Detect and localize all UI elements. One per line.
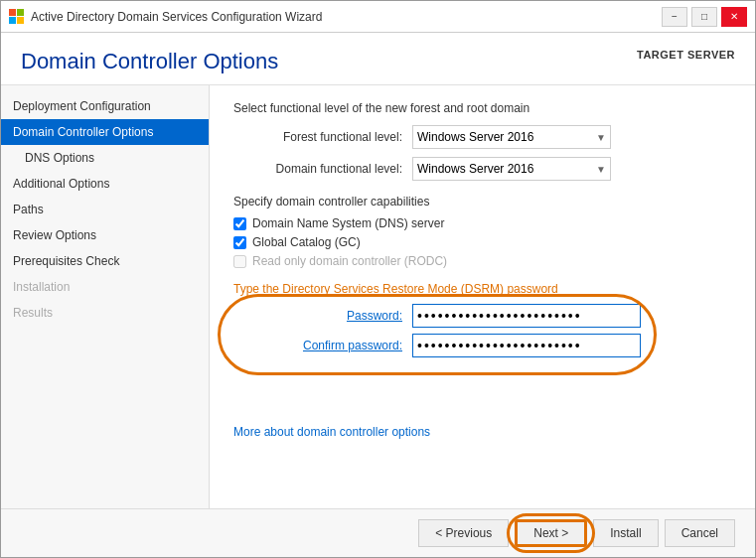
sidebar-item-prereq[interactable]: Prerequisites Check (1, 248, 209, 274)
footer: < Previous Next > Install Cancel (1, 508, 755, 557)
content-area: Deployment Configuration Domain Controll… (1, 85, 755, 508)
sidebar-item-dns[interactable]: DNS Options (1, 145, 209, 171)
maximize-button[interactable]: □ (691, 7, 717, 27)
window-body: Domain Controller Options TARGET SERVER … (1, 33, 755, 557)
header-area: Domain Controller Options TARGET SERVER (1, 33, 755, 85)
window-title: Active Directory Domain Services Configu… (31, 10, 322, 24)
sidebar-item-review[interactable]: Review Options (1, 222, 209, 248)
forest-dropdown-arrow: ▼ (596, 132, 606, 143)
svg-rect-2 (9, 17, 16, 24)
install-button[interactable]: Install (593, 519, 658, 547)
dns-label: Domain Name System (DNS) server (252, 216, 444, 230)
svg-rect-3 (17, 17, 24, 24)
title-bar-controls: − □ ✕ (662, 7, 747, 27)
confirm-label: Confirm password: (233, 339, 412, 352)
sidebar-item-paths[interactable]: Paths (1, 197, 209, 222)
next-button-wrapper: Next > (515, 519, 587, 547)
domain-dropdown-arrow: ▼ (596, 164, 606, 175)
minimize-button[interactable]: − (662, 7, 687, 27)
gc-checkbox[interactable] (233, 236, 246, 249)
app-icon (9, 9, 25, 25)
main-window: Active Directory Domain Services Configu… (0, 0, 756, 558)
sidebar: Deployment Configuration Domain Controll… (1, 85, 210, 508)
rodc-label: Read only domain controller (RODC) (252, 254, 447, 268)
functional-level-heading: Select functional level of the new fores… (233, 101, 731, 115)
confirm-password-input[interactable] (412, 334, 641, 357)
close-button[interactable]: ✕ (721, 7, 747, 27)
rodc-checkbox[interactable] (233, 255, 246, 268)
page-title: Domain Controller Options (21, 49, 278, 74)
previous-button[interactable]: < Previous (418, 519, 509, 547)
sidebar-item-additional[interactable]: Additional Options (1, 171, 209, 197)
password-label: Password: (233, 309, 412, 323)
password-fields-wrapper: Password: Confirm password: (233, 304, 641, 365)
sidebar-item-results: Results (1, 300, 209, 326)
password-input[interactable] (412, 304, 641, 328)
sidebar-item-deployment[interactable]: Deployment Configuration (1, 93, 209, 119)
next-button[interactable]: Next > (515, 519, 587, 547)
title-bar-left: Active Directory Domain Services Configu… (9, 9, 322, 25)
svg-rect-0 (9, 9, 16, 16)
more-link[interactable]: More about domain controller options (233, 425, 430, 439)
main-panel: Select functional level of the new fores… (210, 85, 755, 508)
svg-rect-1 (17, 9, 24, 16)
gc-checkbox-row: Global Catalog (GC) (233, 235, 731, 249)
sidebar-item-dc-options[interactable]: Domain Controller Options (1, 119, 209, 145)
forest-value: Windows Server 2016 (417, 130, 533, 144)
domain-value: Windows Server 2016 (417, 162, 533, 176)
forest-dropdown[interactable]: Windows Server 2016 ▼ (412, 125, 611, 149)
password-row: Password: (233, 304, 641, 328)
gc-label: Global Catalog (GC) (252, 235, 361, 249)
sidebar-item-install: Installation (1, 274, 209, 300)
password-section-title: Type the Directory Services Restore Mode… (233, 282, 731, 296)
cancel-button[interactable]: Cancel (665, 519, 735, 547)
target-server-label: TARGET SERVER (637, 49, 735, 61)
domain-label: Domain functional level: (233, 162, 412, 176)
rodc-checkbox-row: Read only domain controller (RODC) (233, 254, 731, 268)
confirm-password-row: Confirm password: (233, 334, 641, 357)
dns-checkbox-row: Domain Name System (DNS) server (233, 216, 731, 230)
dns-checkbox[interactable] (233, 217, 246, 230)
domain-dropdown[interactable]: Windows Server 2016 ▼ (412, 157, 611, 181)
title-bar: Active Directory Domain Services Configu… (1, 1, 755, 33)
domain-level-row: Domain functional level: Windows Server … (233, 157, 731, 181)
forest-level-row: Forest functional level: Windows Server … (233, 125, 731, 149)
forest-label: Forest functional level: (233, 130, 412, 144)
capabilities-heading: Specify domain controller capabilities (233, 195, 731, 209)
